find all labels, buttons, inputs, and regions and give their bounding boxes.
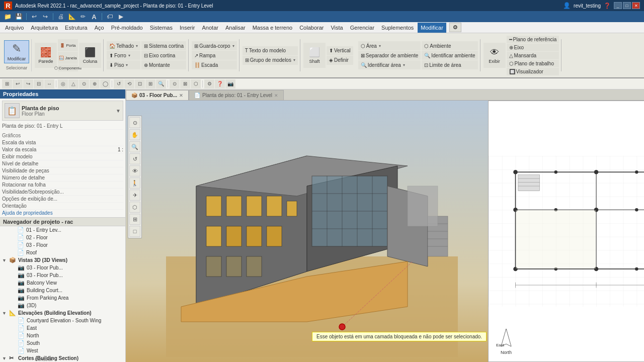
ribbon-btn-window[interactable]: 🪟 Janela	[58, 52, 78, 64]
ribbon-btn-limit-area[interactable]: ⊡ Limite de área	[422, 60, 477, 69]
ribbon-btn-work-plane[interactable]: ⬡ Plano de trabalho	[507, 60, 559, 67]
nav-floor-01[interactable]: 📄 01 - Entry Lev...	[0, 226, 125, 234]
qa-measure-button[interactable]: 📐	[67, 12, 76, 21]
nav-section-header[interactable]: ▼ ✂ Cortes (Building Section)	[0, 354, 125, 362]
st-scale-btn[interactable]: ⊡	[135, 79, 145, 88]
st-dim-btn[interactable]: ↔	[44, 79, 54, 88]
st-mirror-btn[interactable]: ⟲	[124, 79, 134, 88]
ribbon-btn-door[interactable]: 🚪 Porta	[58, 39, 78, 51]
st-fly-btn[interactable]: ⬡	[191, 79, 201, 88]
ribbon-btn-modify[interactable]: ✎ Modificar	[4, 40, 29, 63]
ribbon-btn-ref-plane[interactable]: ━ Plano de referência	[507, 36, 559, 43]
ribbon-btn-column[interactable]: ⬛ Coluna	[79, 43, 101, 68]
tab-3d[interactable]: 📦 03 - Floor Pub... ✕	[126, 90, 189, 100]
menu-inserir[interactable]: Inserir	[177, 23, 198, 33]
vt-zoom-sheet-btn[interactable]: □	[129, 226, 140, 237]
ribbon-btn-display[interactable]: 👁 Exibir	[484, 43, 506, 68]
vt-zoom-all-btn[interactable]: ⊞	[129, 214, 140, 225]
qa-tag-button[interactable]: 🏷	[105, 12, 114, 21]
st-tag-btn[interactable]: ◎	[58, 79, 68, 88]
nav-3d-floor-pub-1[interactable]: 📷 03 - Floor Pub...	[0, 264, 125, 272]
nav-floor-02[interactable]: 📄 02 - Floor	[0, 234, 125, 241]
ribbon-btn-shaft[interactable]: ⬜ Shaft	[303, 43, 326, 68]
menu-arquitetura[interactable]: Arquitetura	[28, 23, 61, 33]
st-copy-btn[interactable]: ⊟	[34, 79, 44, 88]
ribbon-btn-id-area[interactable]: 🔍 Identificar área ▾	[358, 60, 421, 69]
ribbon-btn-area[interactable]: ⬡ Área ▾	[358, 41, 421, 50]
ribbon-btn-ceiling[interactable]: ⬆ Forro ▾	[107, 51, 140, 60]
nav-elev-expand[interactable]: ▼	[2, 311, 9, 316]
menu-aco[interactable]: Aço	[92, 23, 107, 33]
nav-elev-header[interactable]: ▼ 📐 Elevações (Building Elevation)	[0, 309, 125, 317]
type-selector[interactable]: 📋 Planta de piso Floor Plan ▼	[2, 101, 123, 121]
ribbon-btn-ramp[interactable]: ↗ Rampa	[192, 51, 237, 60]
menu-anotar[interactable]: Anotar	[199, 23, 221, 33]
vt-walk-btn[interactable]: 🚶	[129, 177, 140, 189]
tab-plan-close[interactable]: ✕	[274, 93, 278, 98]
menu-suplementos[interactable]: Suplementos	[378, 23, 417, 33]
st-walk-btn[interactable]: ⊠	[180, 79, 190, 88]
ribbon-btn-wall[interactable]: 🧱 Parede	[35, 43, 57, 68]
maximize-button[interactable]: □	[623, 2, 631, 9]
vt-look-btn[interactable]: 👁	[129, 165, 140, 176]
nav-3d-balcony[interactable]: 📷 Balcony View	[0, 279, 125, 287]
st-stretch-btn[interactable]: ⊞	[145, 79, 155, 88]
qa-sync-button[interactable]: ▶	[116, 12, 125, 21]
vt-section-btn[interactable]: ⬡	[129, 202, 140, 213]
st-link-btn[interactable]: ⊞	[2, 79, 12, 88]
nav-section-expand[interactable]: ▼	[2, 356, 9, 361]
nav-elev-courtyard[interactable]: 📄 Courtyard Elevation - South Wing	[0, 317, 125, 324]
st-zoom-btn[interactable]: 🔍	[156, 79, 166, 88]
ribbon-btn-id-environment[interactable]: 🔍 Identificar ambiente	[422, 51, 477, 60]
vt-pan-btn[interactable]: ✋	[129, 129, 140, 140]
ribbon-btn-define[interactable]: ◈ Definir	[327, 56, 353, 65]
nav-3d-court[interactable]: 📷 Building Court...	[0, 287, 125, 294]
tab-plan[interactable]: 📄 Planta de piso: 01 - Entry Level ✕	[189, 90, 284, 100]
menu-colaborar[interactable]: Colaborar	[296, 23, 327, 33]
nav-elev-north[interactable]: 📄 North	[0, 332, 125, 339]
plan-view[interactable]: North East	[488, 101, 644, 362]
menu-analisar[interactable]: Analisar	[222, 23, 249, 33]
nav-3d-header[interactable]: ▼ 📦 Vistas 3D (3D Views)	[0, 256, 125, 264]
ribbon-btn-guardrail[interactable]: ⊞ Guarda-corpo ▾	[192, 41, 237, 50]
st-unlink-btn[interactable]: ↩	[13, 79, 23, 88]
app-icon[interactable]: R	[4, 2, 12, 10]
ribbon-btn-floor[interactable]: ⬇ Piso ▾	[107, 60, 140, 69]
qa-edit-button[interactable]: ✏	[78, 12, 88, 21]
ribbon-btn-sep-room[interactable]: ⊠ Separador de ambiente	[358, 51, 421, 60]
st-pin-btn[interactable]: ↪	[23, 79, 33, 88]
ribbon-btn-stair[interactable]: 🪜 Escada	[192, 60, 237, 69]
ribbon-btn-model-text[interactable]: T Texto do modelo	[243, 46, 298, 55]
ribbon-btn-mansard[interactable]: △ Mansarda	[507, 52, 559, 59]
type-expand-btn[interactable]: ▼	[116, 108, 121, 114]
qa-redo-button[interactable]: ↪	[41, 12, 50, 21]
ribbon-btn-curtain-grid[interactable]: ⊟ Eixo cortina	[141, 51, 186, 60]
st-circle-btn[interactable]: ◯	[100, 79, 110, 88]
nav-3d-expand[interactable]: ▼	[2, 258, 9, 263]
nav-3d-floor-pub-2[interactable]: 📷 03 - Floor Pub...	[0, 272, 125, 279]
st-rotate-btn[interactable]: ↺	[114, 79, 124, 88]
st-orbit-btn[interactable]: ⊙	[170, 79, 180, 88]
menu-sistemas[interactable]: Sistemas	[147, 23, 176, 33]
close-button[interactable]: ✕	[632, 2, 640, 9]
vt-nav-wheel-btn[interactable]: ⊙	[129, 117, 140, 128]
minimize-button[interactable]: _	[614, 2, 622, 9]
menu-arquivo[interactable]: Arquivo	[2, 23, 27, 33]
st-symbol-btn[interactable]: ⊙	[79, 79, 89, 88]
st-help-btn[interactable]: ❓	[215, 79, 225, 88]
st-settings-btn[interactable]: ⚙	[204, 79, 214, 88]
nav-3d-parking[interactable]: 📷 From Parking Area	[0, 294, 125, 302]
st-camera-btn[interactable]: 📷	[225, 79, 235, 88]
qa-print-button[interactable]: 🖨	[56, 12, 65, 21]
help-icon[interactable]: ❓	[604, 3, 611, 9]
options-button[interactable]: ⚙	[449, 23, 461, 32]
nav-elev-south[interactable]: 📄 South	[0, 339, 125, 347]
nav-elev-east[interactable]: 📄 East	[0, 324, 125, 332]
ribbon-btn-environment[interactable]: ⬡ Ambiente	[422, 41, 477, 50]
help-link[interactable]: Ajuda de propriedades	[2, 210, 53, 216]
nav-roof[interactable]: 📄 Roof	[0, 249, 125, 256]
ribbon-btn-curtain-wall[interactable]: ⊞ Sistema cortina	[141, 41, 186, 50]
ribbon-btn-model-group[interactable]: ⊞ Grupo de modelos ▾	[243, 56, 298, 65]
menu-estrutura[interactable]: Estrutura	[62, 23, 91, 33]
ribbon-btn-vertical[interactable]: ⬆ Vertical	[327, 46, 353, 55]
